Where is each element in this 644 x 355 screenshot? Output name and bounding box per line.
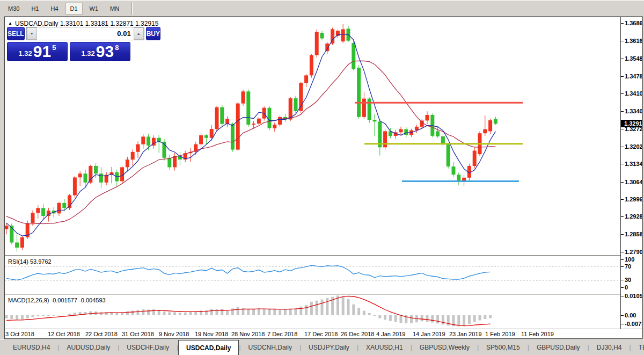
buy-price-big: 93 bbox=[96, 44, 114, 59]
sell-price-prefix: 1.32 bbox=[19, 49, 32, 57]
rsi-axis-label: 70 bbox=[625, 263, 631, 270]
timeframe-button-mn[interactable]: MN bbox=[105, 3, 124, 15]
rsi-pane-canvas[interactable] bbox=[5, 257, 620, 294]
price-axis-label: 1.34780 bbox=[625, 73, 642, 79]
date-label: 31 Oct 2018 bbox=[122, 331, 154, 337]
timeframe-button-d1[interactable]: D1 bbox=[65, 3, 83, 15]
price-axis[interactable]: 1.368601.361601.354801.347801.341001.334… bbox=[620, 17, 642, 329]
collapse-marker-icon[interactable]: ▲ bbox=[8, 21, 12, 26]
ma-slow-line bbox=[6, 61, 495, 223]
time-axis[interactable]: 3 Oct 201812 Oct 201822 Oct 201831 Oct 2… bbox=[5, 329, 642, 338]
macd-indicator-label: MACD(12,26,9) -0.001577 -0.004593 bbox=[8, 297, 106, 303]
buy-price-pip: 8 bbox=[115, 44, 119, 52]
price-axis-label: 1.31340 bbox=[625, 161, 642, 167]
price-axis-label: 1.30640 bbox=[625, 179, 642, 185]
timeframe-button-h1[interactable]: H1 bbox=[26, 3, 43, 15]
symbol-tab-eurusd[interactable]: EURUSD,H4 bbox=[5, 340, 57, 355]
date-label: 14 Jan 2019 bbox=[413, 331, 445, 337]
buy-price-prefix: 1.32 bbox=[82, 49, 95, 57]
date-label: 17 Dec 2018 bbox=[304, 331, 338, 337]
rsi-line bbox=[6, 265, 491, 280]
sell-price-box[interactable]: 1.32 91 5 bbox=[7, 42, 68, 61]
rsi-axis-label: 0 bbox=[625, 284, 628, 291]
date-label: 3 Oct 2018 bbox=[5, 331, 34, 337]
price-axis-label: 1.36860 bbox=[625, 20, 642, 26]
volume-input[interactable] bbox=[37, 27, 134, 40]
trading-app: { "toolbar": { "timeframes": [ {"label":… bbox=[0, 0, 644, 355]
toolbar-separator bbox=[131, 2, 133, 15]
price-axis-label: 1.29280 bbox=[625, 213, 642, 220]
date-label: 26 Dec 2018 bbox=[341, 331, 374, 337]
macd-axis-label: 0.010525 bbox=[625, 293, 642, 299]
symbol-tab-dj30[interactable]: DJ30,H4 bbox=[589, 340, 630, 355]
chart-symbol-period: USDCAD,Daily bbox=[15, 20, 58, 27]
date-label: 11 Feb 2019 bbox=[521, 331, 554, 337]
symbol-tab-usdchf[interactable]: USDCHF,Daily bbox=[119, 340, 177, 355]
price-axis-label: 1.36160 bbox=[625, 38, 642, 44]
price-axis-label: 1.29960 bbox=[625, 196, 642, 202]
timeframe-button-h4[interactable]: H4 bbox=[46, 3, 63, 15]
sell-price-pip: 5 bbox=[52, 44, 56, 52]
symbol-tab-sp500[interactable]: SP500,M15 bbox=[479, 340, 528, 355]
price-axis-label: 1.35480 bbox=[625, 55, 642, 62]
date-label: 9 Nov 2018 bbox=[159, 331, 189, 337]
timeframe-button-m30[interactable]: M30 bbox=[3, 3, 24, 15]
volume-increase-icon[interactable]: ▲ bbox=[134, 27, 144, 40]
symbol-tab-gbpusd[interactable]: GBPUSD,Weekly bbox=[412, 340, 477, 355]
chart-title: ▲USDCAD,Daily 1.33101 1.33181 1.32871 1.… bbox=[8, 20, 158, 27]
chart-window: ▲USDCAD,Daily 1.33101 1.33181 1.32871 1.… bbox=[4, 17, 642, 339]
date-label: 19 Nov 2018 bbox=[195, 331, 228, 337]
date-label: 12 Oct 2018 bbox=[48, 331, 80, 337]
rsi-axis-label: 100 bbox=[625, 256, 634, 263]
symbol-tab-usdcad[interactable]: USDCAD,Daily bbox=[178, 340, 239, 355]
macd-axis-label: 0.00 bbox=[625, 312, 636, 318]
one-click-trade-panel: SELL ▼ ▲ BUY 1.32 91 5 1.32 93 8 bbox=[7, 27, 131, 61]
symbol-tab-xauusd[interactable]: XAUUSD,H1 bbox=[358, 340, 411, 355]
buy-button[interactable]: BUY bbox=[146, 27, 160, 40]
date-label: 28 Nov 2018 bbox=[231, 331, 265, 337]
chart-ohlc-values: 1.33101 1.33181 1.32871 1.32915 bbox=[60, 20, 159, 27]
symbol-tab-gbpusd[interactable]: GBPUSD,Daily bbox=[529, 340, 588, 355]
symbol-tab-usdjpy[interactable]: USDJPY,Daily bbox=[301, 340, 357, 355]
chart-window-inner: ▲USDCAD,Daily 1.33101 1.33181 1.32871 1.… bbox=[5, 17, 642, 338]
symbol-tabbar: EURUSD,H4|AUDUSD,Daily|USDCHF,Daily|USDC… bbox=[0, 339, 644, 355]
symbol-tab-usdcnh[interactable]: USDCNH,Daily bbox=[241, 340, 299, 355]
current-price-badge: 1.32915 bbox=[621, 120, 642, 127]
price-axis-label: 1.27900 bbox=[625, 249, 642, 255]
date-label: 22 Oct 2018 bbox=[85, 331, 118, 337]
rsi-axis-label: 30 bbox=[625, 277, 631, 283]
price-axis-label: 1.33400 bbox=[625, 108, 642, 114]
macd-axis-label: -0.0073 bbox=[625, 321, 642, 327]
buy-price-box[interactable]: 1.32 93 8 bbox=[70, 42, 130, 61]
symbol-tab-tech100[interactable]: TECH100,H1 bbox=[631, 340, 644, 355]
timeframe-toolbar: M30H1H4D1W1MN bbox=[0, 0, 644, 16]
volume-stepper: ▼ ▲ bbox=[26, 27, 144, 40]
date-label: 7 Dec 2018 bbox=[267, 331, 297, 337]
date-label: 23 Jan 2019 bbox=[449, 331, 482, 337]
date-label: 4 Jan 2019 bbox=[376, 331, 405, 337]
ma-fast-line bbox=[6, 34, 495, 236]
sell-button[interactable]: SELL bbox=[7, 27, 25, 40]
volume-decrease-icon[interactable]: ▼ bbox=[27, 27, 37, 40]
sell-price-big: 91 bbox=[33, 44, 51, 59]
timeframe-button-w1[interactable]: W1 bbox=[85, 3, 104, 15]
price-axis-label: 1.28580 bbox=[625, 231, 642, 237]
price-axis-label: 1.34100 bbox=[625, 90, 642, 97]
rsi-indicator-label: RSI(14) 53.9762 bbox=[8, 258, 52, 265]
price-axis-label: 1.32020 bbox=[625, 143, 642, 150]
symbol-tab-audusd[interactable]: AUDUSD,Daily bbox=[59, 340, 118, 355]
date-label: 1 Feb 2019 bbox=[485, 331, 515, 337]
